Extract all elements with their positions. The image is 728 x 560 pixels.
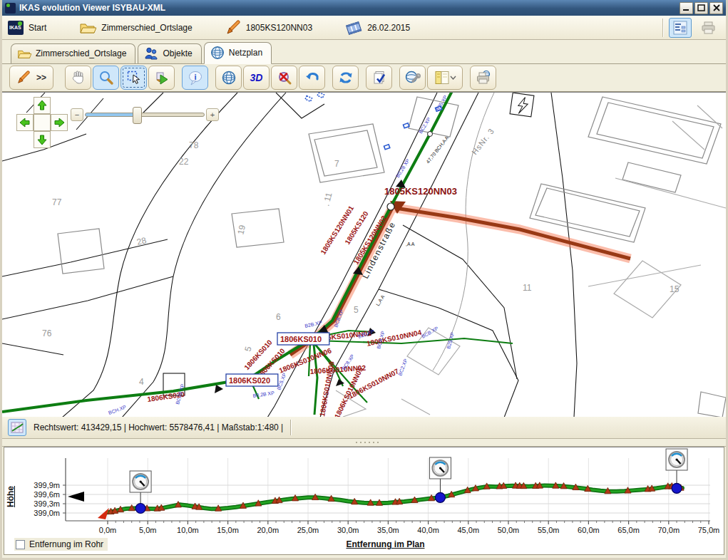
pan-control xyxy=(16,97,68,148)
zoom-tool-button[interactable] xyxy=(93,66,119,90)
breadcrumb-item-date[interactable]: 26.02.2015 xyxy=(345,20,410,36)
zoom-slider-thumb[interactable] xyxy=(133,107,142,124)
breadcrumb-label: 1805KS120NN03 xyxy=(246,23,312,33)
svg-text:77: 77 xyxy=(52,197,62,207)
globe-icon xyxy=(210,46,225,60)
app-icon xyxy=(5,3,16,14)
breadcrumb-item-object[interactable]: 1805KS120NN03 xyxy=(225,20,312,36)
tab-label: Zimmerschied_Ortslage xyxy=(36,48,126,58)
tab-objekte[interactable]: Objekte xyxy=(138,43,201,63)
svg-text:50,0m: 50,0m xyxy=(498,526,520,534)
breadcrumb-label: Zimmerschied_Ortslage xyxy=(101,23,192,33)
svg-text:45,0m: 45,0m xyxy=(458,526,480,534)
svg-text:20,0m: 20,0m xyxy=(257,526,280,534)
elevation-profile-chart[interactable]: 399,0m399,3m399,6m399,9m0,0m5,0m10,0m15,… xyxy=(4,447,728,536)
select-tool-button[interactable] xyxy=(121,66,147,90)
arrow-up-icon xyxy=(36,100,48,111)
svg-text:7: 7 xyxy=(334,159,339,169)
apply-check-button[interactable] xyxy=(366,66,392,90)
print-map-button[interactable] xyxy=(470,66,496,90)
map-settings-button[interactable] xyxy=(399,66,426,90)
svg-text:399,3m: 399,3m xyxy=(34,499,60,508)
x-axis-title: Entfernung im Plan xyxy=(47,539,724,549)
svg-text:28: 28 xyxy=(135,235,148,247)
zoom-in-button[interactable]: + xyxy=(206,108,219,121)
maximize-button[interactable] xyxy=(694,2,708,14)
zoom-out-button[interactable]: − xyxy=(71,108,83,121)
status-separator xyxy=(290,420,291,435)
breadcrumb-item-start[interactable]: IKAS Start xyxy=(8,21,46,35)
minimize-button[interactable] xyxy=(680,2,693,14)
print-button[interactable] xyxy=(697,18,720,38)
svg-text:B25.XP: B25.XP xyxy=(446,331,455,349)
svg-text:30,0m: 30,0m xyxy=(337,526,359,534)
pan-down-button[interactable] xyxy=(34,131,51,148)
printer-globe-icon xyxy=(476,70,491,85)
info-balloon-icon: i xyxy=(188,70,203,85)
legend-panel-button[interactable] xyxy=(427,66,463,90)
breadcrumb-item-project[interactable]: Zimmerschied_Ortslage xyxy=(79,21,192,35)
svg-text:399,0m: 399,0m xyxy=(34,509,60,517)
info-tool-button[interactable]: i xyxy=(182,66,208,90)
profile-toggle-button[interactable] xyxy=(8,419,26,436)
arrow-right-icon xyxy=(53,117,65,128)
globe-wrench-icon xyxy=(405,70,421,85)
tab-netzplan[interactable]: Netzplan xyxy=(204,42,272,64)
pipe-arrow-icon xyxy=(16,71,31,85)
svg-text:35,0m: 35,0m xyxy=(377,526,399,534)
profile-chart-icon xyxy=(11,422,24,433)
breadcrumb: IKAS Start Zimmerschied_Ortslage 1805KS1… xyxy=(2,16,726,40)
ikas-logo-icon: IKAS xyxy=(8,21,24,35)
refresh-button[interactable] xyxy=(332,66,359,90)
svg-text:78: 78 xyxy=(189,140,199,150)
map-view[interactable]: 1805KS120NN011805KS1201805KS120NN021805K… xyxy=(2,92,726,417)
svg-text:10,0m: 10,0m xyxy=(177,526,199,534)
pipe-select-button[interactable]: >> xyxy=(9,66,53,90)
map-canvas[interactable]: 1805KS120NN011805KS1201805KS120NN021805K… xyxy=(2,93,726,417)
more-label: >> xyxy=(36,73,46,83)
globe-icon xyxy=(221,70,237,85)
svg-text:399,9m: 399,9m xyxy=(34,481,60,489)
profile-panel: Höhe 399,0m399,3m399,6m399,9m0,0m5,0m10,… xyxy=(4,447,724,555)
pan-tool-button[interactable] xyxy=(65,66,91,90)
view-3d-button[interactable]: 3D xyxy=(243,66,270,90)
svg-text:55,0m: 55,0m xyxy=(538,526,560,534)
hand-icon xyxy=(71,70,86,85)
svg-text:1805KS120NN03: 1805KS120NN03 xyxy=(384,186,457,197)
svg-text:5: 5 xyxy=(354,305,359,315)
pan-right-button[interactable] xyxy=(51,114,68,131)
checkbox-box[interactable] xyxy=(16,540,25,549)
svg-text:. 11: . 11 xyxy=(321,191,334,207)
tab-ortslage[interactable]: Zimmerschied_Ortslage xyxy=(11,43,135,63)
breadcrumb-label: Start xyxy=(29,23,46,33)
navigate-button[interactable] xyxy=(148,66,175,90)
close-icon xyxy=(713,4,720,11)
report-panel-button[interactable] xyxy=(669,18,692,38)
toolbar-separator xyxy=(662,19,663,37)
folder-icon xyxy=(17,48,31,60)
app-window: IKAS evolution Viewer ISYBAU-XML IKAS St… xyxy=(0,0,728,560)
svg-text:5,0m: 5,0m xyxy=(139,526,156,534)
undo-button[interactable] xyxy=(299,66,325,90)
horizontal-splitter[interactable] xyxy=(2,439,726,447)
svg-text:6: 6 xyxy=(276,312,281,322)
coordinate-readout: Rechtswert: 413429,15 | Hochwert: 557847… xyxy=(34,422,283,432)
svg-text:76: 76 xyxy=(42,328,52,338)
map-status-bar: Rechtswert: 413429,15 | Hochwert: 557847… xyxy=(2,417,726,439)
minimize-icon xyxy=(682,5,690,11)
svg-text:,A A: ,A A xyxy=(406,242,415,247)
zoom-slider-track[interactable] xyxy=(85,113,205,117)
svg-text:60,0m: 60,0m xyxy=(578,526,600,534)
printer-icon xyxy=(701,21,717,35)
close-button[interactable] xyxy=(709,2,723,14)
zoom-off-button[interactable] xyxy=(271,66,297,90)
pipe-network[interactable] xyxy=(2,93,513,415)
go-icon xyxy=(154,70,170,85)
svg-text:65,0m: 65,0m xyxy=(617,526,640,534)
pan-left-button[interactable] xyxy=(16,114,34,131)
globe-view-button[interactable] xyxy=(215,66,242,90)
svg-text:5: 5 xyxy=(242,346,253,353)
undo-arrow-icon xyxy=(304,70,320,85)
pan-up-button[interactable] xyxy=(34,97,51,114)
pan-center[interactable] xyxy=(34,114,51,131)
